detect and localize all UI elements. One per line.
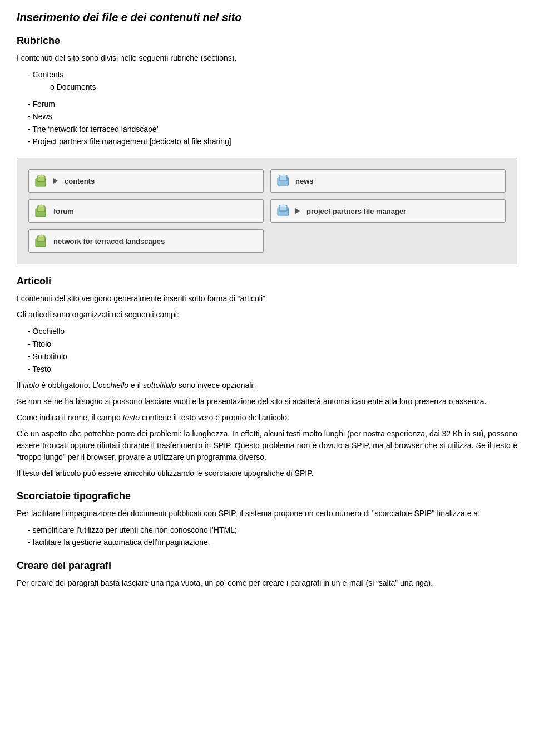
scorciatoie-list: semplificare l’utilizzo per utenti che n… [28, 524, 517, 549]
articoli-heading: Articoli [17, 276, 517, 287]
articoli-intro-1: I contenuti del sito vengono generalment… [17, 293, 517, 305]
scorciatoie-intro: Per facilitare l’impaginazione dei docum… [17, 508, 517, 519]
list-item-project: Project partners file management [dedica… [28, 135, 517, 148]
diagram-box-project: project partners file manager [270, 199, 506, 223]
news-label: news [295, 177, 314, 185]
network-label: network for terraced landscapes [53, 237, 165, 246]
list-item-documents: Documents [50, 81, 517, 93]
articoli-fields: Occhiello Titolo Sottotitolo Testo [28, 325, 517, 375]
articoli-body-2: Se non se ne ha bisogno si possono lasci… [17, 396, 517, 408]
articoli-body-4: C’è un aspetto che potrebbe porre dei pr… [17, 428, 517, 463]
list-item-contents: Contents Documents [28, 68, 517, 94]
scorciatoie-item-2: facilitare la gestione automatica dell’i… [28, 536, 517, 548]
diagram-box-network: network for terraced landscapes [28, 229, 264, 253]
news-icon [275, 173, 291, 189]
rubriche-heading: Rubriche [17, 35, 517, 47]
diagram-box-contents: contents [28, 169, 264, 193]
diagram-box-news: news [270, 169, 506, 193]
rubriche-intro: I contenuti del sito sono divisi nelle s… [17, 52, 517, 64]
articoli-body-1: Il titolo è obbligatorio. L'occhiello e … [17, 380, 517, 391]
list-item-news: News [28, 110, 517, 122]
contents-label: contents [65, 177, 95, 185]
field-titolo: Titolo [28, 338, 517, 350]
triangle-arrow-project [295, 208, 300, 214]
forum-label: forum [53, 207, 74, 215]
list-item-forum: Forum [28, 98, 517, 110]
field-testo: Testo [28, 363, 517, 375]
scorciatoie-item-1: semplificare l’utilizzo per utenti che n… [28, 524, 517, 536]
field-occhiello: Occhiello [28, 325, 517, 337]
network-icon [33, 233, 49, 249]
articoli-intro-2: Gli articoli sono organizzati nei seguen… [17, 309, 517, 321]
project-icon [275, 203, 291, 219]
paragrafi-body: Per creare dei paragrafi basta lasciare … [17, 577, 517, 589]
page-title: Inserimento dei file e dei contenuti nel… [17, 11, 517, 24]
paragrafi-heading: Creare dei paragrafi [17, 560, 517, 572]
rubriche-list: Contents Documents Forum News The ‘netwo… [28, 68, 517, 148]
articoli-body-5: Il testo dell’articolo può essere arricc… [17, 468, 517, 479]
triangle-arrow-contents [53, 178, 58, 184]
project-label: project partners file manager [306, 207, 406, 215]
contents-icon [33, 173, 49, 189]
forum-icon [33, 203, 49, 219]
articoli-body-3: Come indica il nome, il campo testo cont… [17, 412, 517, 424]
diagram-empty-cell [270, 229, 506, 253]
field-sottotitolo: Sottotitolo [28, 350, 517, 362]
diagram-box-forum: forum [28, 199, 264, 223]
diagram-sections: contents news forum project partners fil… [17, 158, 517, 264]
scorciatoie-heading: Scorciatoie tipografiche [17, 490, 517, 502]
list-item-network: The ‘network for terraced landscape’ [28, 123, 517, 135]
